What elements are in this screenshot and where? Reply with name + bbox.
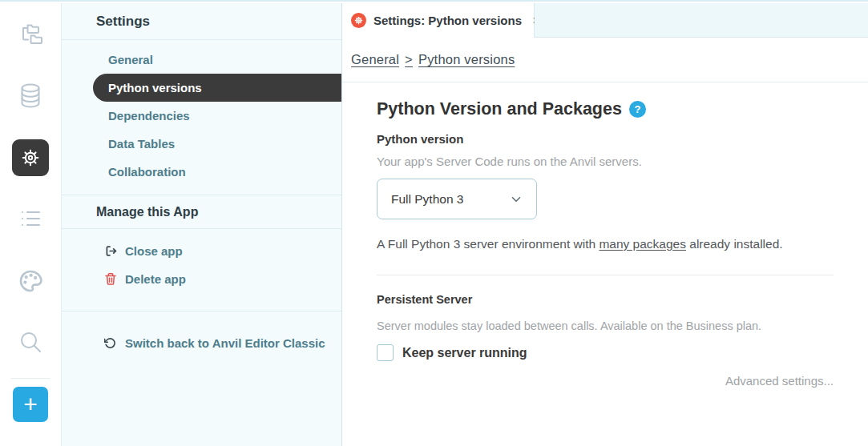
- database-icon[interactable]: [0, 65, 62, 127]
- tab-settings-python-versions[interactable]: Settings: Python versions ×: [342, 3, 535, 38]
- switch-back-label: Switch back to Anvil Editor Classic: [125, 336, 325, 350]
- main-area: Settings: Python versions × General>Pyth…: [342, 3, 868, 446]
- many-packages-link[interactable]: many packages: [599, 237, 686, 251]
- rotate-ccw-icon: [104, 336, 118, 350]
- tab-title: Settings: Python versions: [373, 14, 522, 27]
- settings-menu: General Python versions Dependencies Dat…: [62, 40, 341, 195]
- close-app-icon: [104, 244, 118, 258]
- manage-app-menu: Close app Delete app: [62, 229, 341, 311]
- anvil-editor-window: + Settings General Python versions Depen…: [0, 0, 868, 446]
- settings-item-dependencies[interactable]: Dependencies: [62, 102, 341, 130]
- note-suffix: already installed.: [686, 237, 783, 251]
- settings-gear-icon[interactable]: [0, 127, 62, 188]
- delete-app-item[interactable]: Delete app: [62, 265, 341, 293]
- delete-app-label: Delete app: [125, 272, 186, 286]
- settings-panel: Settings General Python versions Depende…: [62, 3, 342, 446]
- persistent-server-label: Persistent Server: [377, 293, 834, 306]
- manage-app-title: Manage this App: [62, 195, 341, 229]
- keep-server-running-checkbox[interactable]: [377, 344, 394, 361]
- breadcrumb-separator: >: [405, 52, 413, 66]
- close-app-label: Close app: [125, 244, 183, 258]
- rail-divider: [10, 378, 50, 379]
- settings-item-python-versions[interactable]: Python versions: [93, 74, 341, 102]
- tab-bar-empty-space: [535, 3, 868, 38]
- note-prefix: A Full Python 3 server environment with: [377, 237, 599, 251]
- tab-bar: Settings: Python versions ×: [342, 3, 868, 38]
- keep-server-running-row: Keep server running: [377, 344, 834, 361]
- settings-content: Python Version and Packages ? Python ver…: [342, 82, 868, 388]
- tab-gear-icon: [351, 13, 366, 28]
- python-version-description: Your app's Server Code runs on the Anvil…: [377, 155, 834, 168]
- help-icon[interactable]: ?: [629, 101, 646, 118]
- switch-back-item[interactable]: Switch back to Anvil Editor Classic: [62, 329, 341, 357]
- theme-palette-icon[interactable]: [0, 250, 62, 311]
- breadcrumb: General>Python versions: [351, 52, 515, 67]
- settings-item-general[interactable]: General: [62, 46, 341, 74]
- breadcrumb-link-python-versions[interactable]: Python versions: [418, 52, 515, 66]
- breadcrumb-link-general[interactable]: General: [351, 52, 399, 66]
- python-version-select[interactable]: Full Python 3: [377, 179, 537, 219]
- app-structure-icon[interactable]: [0, 3, 62, 65]
- page-title: Python Version and Packages: [377, 99, 622, 119]
- trash-icon: [104, 272, 118, 286]
- page-heading-row: Python Version and Packages ?: [377, 99, 834, 119]
- icon-sidebar: +: [0, 3, 62, 446]
- settings-item-data-tables[interactable]: Data Tables: [62, 130, 341, 158]
- chevron-down-icon: [509, 192, 523, 207]
- breadcrumb-bar: General>Python versions: [342, 38, 868, 82]
- section-divider: [377, 275, 834, 275]
- settings-panel-title: Settings: [62, 3, 341, 40]
- advanced-settings-link[interactable]: Advanced settings...: [377, 374, 834, 388]
- keep-server-running-label: Keep server running: [402, 346, 527, 360]
- add-component-button[interactable]: +: [13, 387, 48, 422]
- persistent-server-description: Server modules stay loaded between calls…: [377, 319, 834, 332]
- outline-list-icon[interactable]: [0, 188, 62, 250]
- environment-note: A Full Python 3 server environment with …: [377, 237, 834, 251]
- search-icon[interactable]: [0, 311, 62, 373]
- settings-active-chip: [12, 139, 49, 176]
- switch-back-section: Switch back to Anvil Editor Classic: [62, 311, 341, 357]
- python-version-label: Python version: [377, 132, 834, 146]
- python-version-select-value: Full Python 3: [391, 192, 463, 207]
- close-app-item[interactable]: Close app: [62, 237, 341, 265]
- settings-item-collaboration[interactable]: Collaboration: [62, 158, 341, 186]
